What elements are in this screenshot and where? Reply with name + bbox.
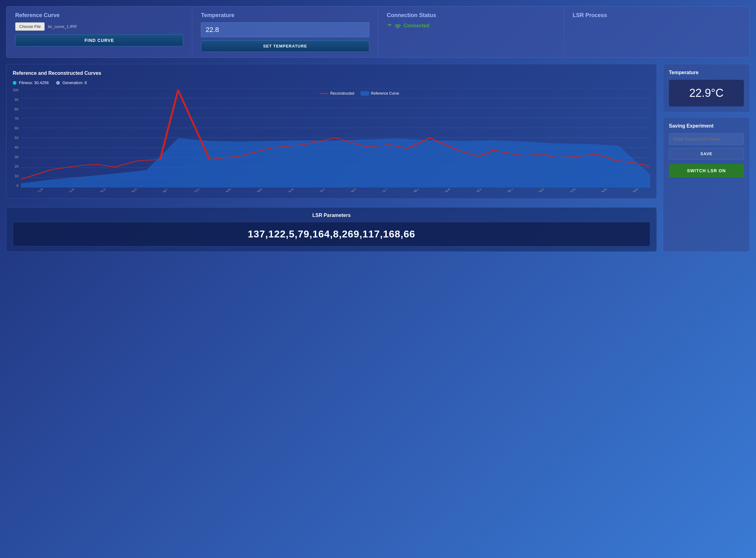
reference-label: Reference Curve [371, 91, 399, 96]
switch-lsr-button[interactable]: SWITCH LSR ON [669, 164, 744, 178]
svg-point-0 [397, 28, 398, 29]
chart-legend-row: Fitness: 30.4256 Generation: 8 [13, 80, 650, 85]
lsr-params-title: LSR Parameters [13, 212, 650, 218]
saving-card-title: Saving Experiment [669, 123, 744, 129]
connection-status-section: Connection Status ☂︎ Connected [378, 6, 564, 57]
generation-legend: Generation: 8 [56, 80, 87, 85]
save-button[interactable]: SAVE [669, 148, 744, 159]
x-axis-labels: 351.96 361.99 375.36 385.39 398.77 422.1… [24, 189, 650, 192]
right-panel: Temperature 22.9°C Saving Experiment SAV… [663, 64, 750, 252]
chart-title: Reference and Reconstructed Curves [13, 71, 650, 76]
temperature-card-title: Temperature [669, 70, 744, 75]
temperature-section: Temperature SET TEMPERATURE [192, 6, 378, 57]
chart-svg-container: Reconstructed Reference Curve [21, 88, 650, 187]
chart-svg [21, 88, 650, 187]
set-temperature-button[interactable]: SET TEMPERATURE [201, 40, 369, 52]
reference-legend-box [360, 91, 369, 96]
lsr-params-panel: LSR Parameters 137,122,5,79,164,8,269,11… [6, 207, 657, 252]
chart-panel: Reference and Reconstructed Curves Fitne… [6, 64, 657, 199]
y-axis: 100 90 80 70 60 50 40 30 20 10 0 [13, 88, 21, 187]
reconstructed-label: Reconstructed [330, 91, 354, 96]
find-curve-button[interactable]: FIND CURVE [15, 34, 183, 46]
reference-curve-title: Reference Curve [15, 12, 183, 19]
fitness-label: Fitness: 30.4256 [19, 80, 49, 85]
file-name-label: lsr_curve_1.IRR [48, 24, 77, 29]
generation-label: Generation: 8 [62, 80, 87, 85]
connection-status-title: Connection Status [387, 12, 555, 19]
reference-curve-fill [21, 138, 650, 187]
experiment-name-input[interactable] [669, 133, 744, 145]
lsr-params-value: 137,122,5,79,164,8,269,117,168,66 [13, 222, 650, 247]
temperature-display-card: Temperature 22.9°C [663, 64, 750, 112]
fitness-legend: Fitness: 30.4256 [13, 80, 49, 85]
reference-curve-section: Reference Curve Choose File lsr_curve_1.… [6, 6, 192, 57]
lsr-process-section: LSR Process [564, 6, 750, 57]
lsr-process-title: LSR Process [573, 12, 741, 19]
connected-status-text: Connected [404, 23, 430, 29]
fitness-dot [13, 81, 17, 85]
wifi-icon: ☂︎ [387, 22, 392, 29]
generation-dot [56, 81, 60, 85]
temperature-input[interactable] [201, 22, 369, 37]
temperature-big-display: 22.9°C [669, 80, 744, 106]
chart-inline-legend: Reconstructed Reference Curve [320, 91, 399, 96]
top-bar: Reference Curve Choose File lsr_curve_1.… [6, 6, 750, 58]
connection-status-row: ☂︎ Connected [387, 22, 555, 29]
wifi-signal-icon [395, 23, 401, 29]
temperature-header-title: Temperature [201, 12, 369, 19]
saving-experiment-card: Saving Experiment SAVE SWITCH LSR ON [663, 117, 750, 252]
main-content: Reference and Reconstructed Curves Fitne… [6, 64, 750, 252]
choose-file-button[interactable]: Choose File [15, 22, 45, 31]
file-row: Choose File lsr_curve_1.IRR [15, 22, 183, 31]
reconstructed-legend-line [320, 93, 328, 94]
